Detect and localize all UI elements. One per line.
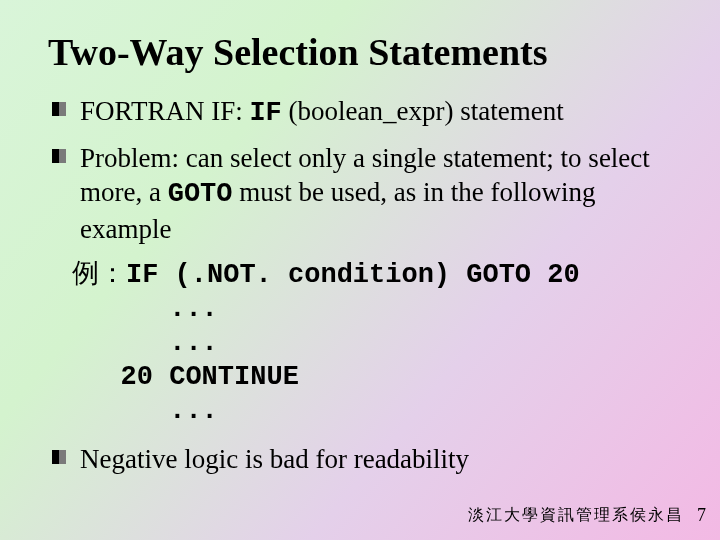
slide: Two-Way Selection Statements FORTRAN IF:… <box>0 0 720 540</box>
svg-rect-5 <box>59 450 66 464</box>
bullet-text: Problem: can select only a single statem… <box>80 141 680 247</box>
svg-rect-2 <box>52 149 59 163</box>
page-number: 7 <box>697 505 706 526</box>
bullet-item: FORTRAN IF: IF (boolean_expr) statement <box>52 94 680 131</box>
bullet-text: Negative logic is bad for readability <box>80 442 680 477</box>
bullet-item: Problem: can select only a single statem… <box>52 141 680 247</box>
bullet-marker-icon <box>52 448 66 466</box>
svg-rect-1 <box>59 102 66 116</box>
code-example: 例：IF (.NOT. condition) GOTO 20 ... ... 2… <box>72 256 680 428</box>
footer-attribution: 淡江大學資訊管理系侯永昌 <box>468 505 684 526</box>
code-label: 例： <box>72 258 126 288</box>
svg-rect-3 <box>59 149 66 163</box>
bullet-marker-icon <box>52 147 66 165</box>
bullet-item: Negative logic is bad for readability <box>52 442 680 477</box>
svg-rect-4 <box>52 450 59 464</box>
slide-title: Two-Way Selection Statements <box>48 30 680 74</box>
bullet-text: FORTRAN IF: IF (boolean_expr) statement <box>80 94 680 131</box>
bullet-marker-icon <box>52 100 66 118</box>
svg-rect-0 <box>52 102 59 116</box>
